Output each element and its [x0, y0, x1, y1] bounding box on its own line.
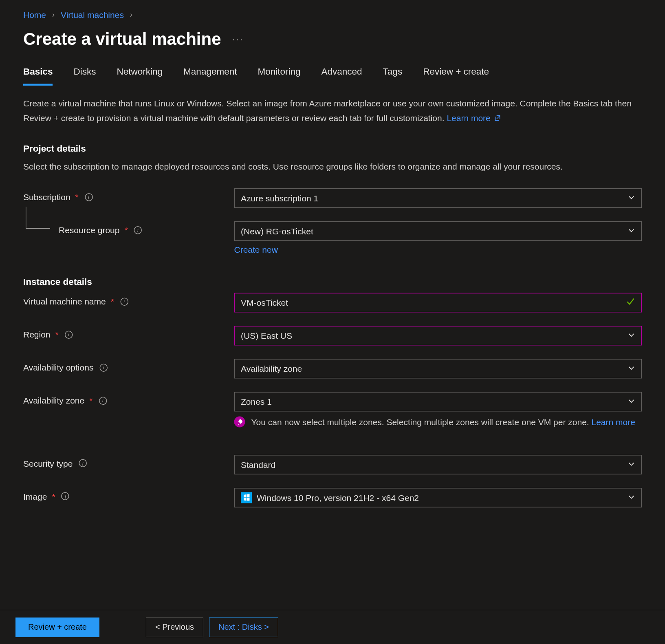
- subscription-select[interactable]: Azure subscription 1: [234, 189, 642, 208]
- chevron-down-icon: [628, 397, 635, 407]
- rocket-icon: [234, 417, 245, 428]
- security-type-select[interactable]: Standard: [234, 455, 642, 474]
- subscription-value: Azure subscription 1: [241, 194, 318, 203]
- info-icon[interactable]: i: [99, 364, 108, 372]
- windows-icon: [241, 492, 252, 503]
- chevron-down-icon: [628, 227, 635, 236]
- required-indicator: *: [52, 492, 55, 501]
- tab-advanced[interactable]: Advanced: [321, 66, 362, 86]
- availability-options-label: Availability options: [23, 363, 93, 373]
- region-label: Region: [23, 330, 51, 340]
- image-value: Windows 10 Pro, version 21H2 - x64 Gen2: [257, 493, 419, 503]
- breadcrumb-virtual-machines[interactable]: Virtual machines: [61, 10, 124, 20]
- image-label: Image: [23, 492, 47, 501]
- tab-tags[interactable]: Tags: [383, 66, 403, 86]
- zone-callout-text: You can now select multiple zones. Selec…: [251, 417, 592, 427]
- instance-details-heading: Instance details: [23, 277, 642, 287]
- tree-connector-icon: [26, 207, 50, 229]
- tab-basics[interactable]: Basics: [23, 66, 53, 86]
- required-indicator: *: [111, 297, 114, 307]
- chevron-down-icon: [628, 331, 635, 341]
- footer-bar: Review + create < Previous Next : Disks …: [0, 610, 665, 644]
- breadcrumb: Home › Virtual machines ›: [23, 10, 642, 20]
- availability-zone-label: Availability zone: [23, 396, 84, 406]
- info-icon[interactable]: i: [134, 226, 142, 234]
- info-icon[interactable]: i: [120, 298, 128, 306]
- chevron-down-icon: [628, 364, 635, 374]
- info-icon[interactable]: i: [62, 492, 70, 501]
- info-icon[interactable]: i: [99, 397, 107, 405]
- resource-group-select[interactable]: (New) RG-osTicket: [234, 222, 642, 241]
- chevron-down-icon: [628, 194, 635, 203]
- info-icon[interactable]: i: [79, 459, 87, 468]
- required-indicator: *: [124, 225, 128, 235]
- vm-name-field[interactable]: [241, 298, 623, 308]
- intro-description: Create a virtual machine that runs Linux…: [23, 97, 634, 126]
- availability-zone-value: Zones 1: [241, 397, 272, 407]
- availability-options-select[interactable]: Availability zone: [234, 359, 642, 379]
- intro-text: Create a virtual machine that runs Linux…: [23, 99, 632, 123]
- tab-management[interactable]: Management: [183, 66, 237, 86]
- tab-networking[interactable]: Networking: [117, 66, 163, 86]
- info-icon[interactable]: i: [65, 331, 73, 339]
- page-title: Create a virtual machine: [23, 29, 221, 49]
- required-indicator: *: [89, 396, 92, 406]
- resource-group-label: Resource group: [59, 225, 119, 235]
- vm-name-label: Virtual machine name: [23, 297, 106, 307]
- next-disks-button[interactable]: Next : Disks >: [209, 618, 278, 637]
- region-value: (US) East US: [241, 331, 292, 341]
- project-details-heading: Project details: [23, 143, 642, 153]
- breadcrumb-home[interactable]: Home: [23, 10, 46, 20]
- project-details-sub: Select the subscription to manage deploy…: [23, 159, 634, 174]
- learn-more-link[interactable]: Learn more: [447, 113, 501, 123]
- zone-callout: You can now select multiple zones. Selec…: [234, 412, 642, 429]
- more-actions-icon[interactable]: ···: [232, 34, 244, 45]
- availability-zone-select[interactable]: Zones 1: [234, 392, 642, 412]
- image-select[interactable]: Windows 10 Pro, version 21H2 - x64 Gen2: [234, 488, 642, 507]
- subscription-label: Subscription: [23, 192, 70, 202]
- required-indicator: *: [55, 330, 59, 340]
- region-select[interactable]: (US) East US: [234, 326, 642, 346]
- info-icon[interactable]: i: [85, 193, 93, 201]
- tab-monitoring[interactable]: Monitoring: [258, 66, 300, 86]
- availability-options-value: Availability zone: [241, 364, 302, 374]
- tab-bar: Basics Disks Networking Management Monit…: [23, 66, 642, 86]
- security-type-label: Security type: [23, 459, 73, 468]
- checkmark-icon: [625, 297, 635, 309]
- vm-name-input[interactable]: [234, 293, 642, 313]
- security-type-value: Standard: [241, 460, 275, 470]
- zone-learn-more-link[interactable]: Learn more: [592, 417, 635, 427]
- previous-button[interactable]: < Previous: [146, 618, 203, 637]
- chevron-down-icon: [628, 460, 635, 470]
- chevron-right-icon: ›: [52, 11, 55, 19]
- external-link-icon: [494, 112, 502, 119]
- chevron-right-icon: ›: [130, 11, 132, 19]
- chevron-down-icon: [628, 493, 635, 503]
- required-indicator: *: [75, 192, 79, 202]
- create-new-link[interactable]: Create new: [234, 245, 278, 255]
- resource-group-value: (New) RG-osTicket: [241, 227, 313, 236]
- review-create-button[interactable]: Review + create: [15, 618, 99, 637]
- tab-disks[interactable]: Disks: [74, 66, 96, 86]
- tab-review-create[interactable]: Review + create: [423, 66, 489, 86]
